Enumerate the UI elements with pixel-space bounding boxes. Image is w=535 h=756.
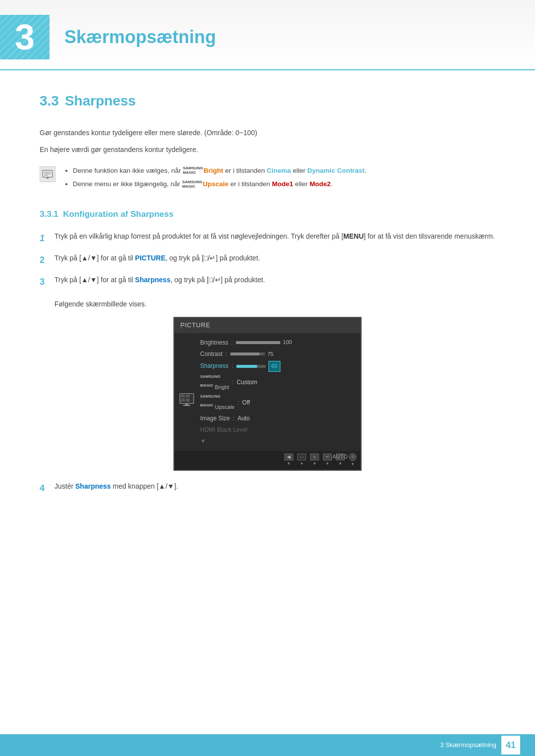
step-2: 2 Tryk på [▲/▼] for at gå til PICTURE, o… <box>40 252 495 267</box>
monitor-btn-circle: ⊙ <box>349 453 357 461</box>
monitor-menu-area: Brightness : 100 Contrast : 75 <box>174 333 361 452</box>
btn-label-down3: ▼ <box>313 461 317 467</box>
subsection-title-text: Konfiguration af Sharpness <box>63 209 173 219</box>
contrast-bar <box>230 353 265 355</box>
sharpness-label-step: Sharpness <box>135 276 171 284</box>
dynamic-contrast-label: Dynamic Contrast <box>307 167 365 174</box>
image-size-value: Auto <box>237 414 250 423</box>
bright-label: Bright <box>204 167 223 174</box>
monitor-item-brightness: Brightness : 100 <box>200 337 356 349</box>
note-item-2: Denne menu er ikke tilgængelig, når SAMS… <box>73 179 367 190</box>
enter-icon: ↵ <box>326 454 329 460</box>
sharpness-bar-container: 60 <box>236 361 280 372</box>
btn-group-enter: ↵ ▼ <box>323 454 332 467</box>
svg-rect-11 <box>183 405 190 406</box>
svg-rect-8 <box>181 399 185 402</box>
monitor-title-bar: PICTURE <box>174 318 361 333</box>
chapter-header: 3 Skærmopsætning <box>0 0 535 70</box>
auto-label: AUTO <box>332 453 348 461</box>
magic-upscale-value: Off <box>242 398 250 407</box>
sharpness-value-badge: 60 <box>268 361 280 372</box>
contrast-bar-container: 75 <box>230 350 273 359</box>
svg-rect-9 <box>186 399 190 402</box>
step-1-text: Tryk på en vilkårlig knap forrest på pro… <box>54 231 495 242</box>
monitor-item-contrast: Contrast : 75 <box>200 349 356 360</box>
samsung-magic-bright-label: SAMSUNGMAGIC <box>183 166 203 175</box>
step-4-number: 4 <box>40 481 50 496</box>
btn-label-down1: ▼ <box>287 461 291 467</box>
step-3-text: Tryk på [▲/▼] for at gå til Sharpness, o… <box>54 274 265 285</box>
page-footer: 3 Skærmopsætning 41 <box>0 734 535 756</box>
brightness-value: 100 <box>283 338 292 347</box>
step-3-number: 3 <box>40 274 50 289</box>
monitor-screenshot: PICTURE Brightn <box>173 317 362 471</box>
step-4-text: Justér Sharpness med knappen [▲/▼]. <box>54 481 178 492</box>
hdmi-label: HDMI Black Level <box>200 425 247 435</box>
monitor-btn-enter: ↵ <box>323 454 332 460</box>
contrast-value: 75 <box>268 350 273 359</box>
main-content: 3.3 Sharpness Gør genstandes kontur tyde… <box>0 90 535 552</box>
svg-rect-6 <box>181 395 185 398</box>
monitor-btn-auto: AUTO <box>336 454 345 460</box>
svg-rect-7 <box>186 395 190 398</box>
btn-group-plus: ＋ ▼ <box>310 454 319 467</box>
btn-group-auto: AUTO ▼ <box>336 454 345 467</box>
btn-label-down5: ▼ <box>338 461 342 467</box>
monitor-item-magic-upscale: SAMSUNGMAGIC Upscale : Off <box>200 393 356 413</box>
plus-icon: ＋ <box>312 453 317 461</box>
magic-bright-value: Custom <box>237 378 257 387</box>
btn-label-down2: ▼ <box>300 461 304 467</box>
footer-page-number: 41 <box>501 736 520 755</box>
chapter-number: 3 <box>15 19 35 55</box>
sharpness-menu-label: Sharpness <box>200 361 228 371</box>
monitor-item-magic-bright: SAMSUNGMAGIC Bright : Custom <box>200 373 356 393</box>
brightness-label: Brightness <box>200 338 228 348</box>
step-1: 1 Tryk på en vilkårlig knap forrest på p… <box>40 231 495 246</box>
step-4: 4 Justér Sharpness med knappen [▲/▼]. <box>40 481 495 496</box>
note-pencil-icon <box>42 170 53 179</box>
btn-group-minus: — ▼ <box>297 454 306 467</box>
note-box: Denne funktion kan ikke vælges, når SAMS… <box>40 165 495 193</box>
following-text: Følgende skærmbillede vises. <box>54 299 495 309</box>
section-title: 3.3 Sharpness <box>40 90 495 112</box>
sharpness-bar <box>236 365 266 368</box>
monitor-item-hdmi: HDMI Black Level <box>200 424 356 436</box>
upscale-label: Upscale <box>203 180 229 188</box>
step-2-number: 2 <box>40 252 50 267</box>
down-arrow: ▼ <box>200 437 206 446</box>
monitor-tv-icon <box>179 393 194 406</box>
step-1-number: 1 <box>40 231 50 246</box>
monitor-item-image-size: Image Size : Auto <box>200 413 356 424</box>
menu-label: MENU <box>343 232 364 240</box>
mode2-label: Mode2 <box>310 180 331 188</box>
left-arrow-icon: ◀ <box>287 453 291 461</box>
magic-bright-label: SAMSUNGMAGIC Bright <box>200 374 229 392</box>
picture-label: PICTURE <box>135 254 165 262</box>
contrast-label: Contrast <box>200 350 222 359</box>
monitor-menu-list: Brightness : 100 Contrast : 75 <box>200 337 356 448</box>
steps-list: 1 Tryk på en vilkårlig knap forrest på p… <box>40 231 495 289</box>
monitor-item-sharpness: Sharpness : 60 <box>200 360 356 373</box>
section-title-text: Sharpness <box>65 90 136 112</box>
monitor-bottom-bar: ◀ ▼ — ▼ ＋ ▼ ↵ ▼ <box>174 451 361 470</box>
monitor-btn-plus: ＋ <box>310 454 319 460</box>
intro-line1: Gør genstandes kontur tydeligere eller m… <box>40 127 495 138</box>
btn-group-circle: ⊙ ▼ <box>349 453 357 468</box>
step4-sharpness-label: Sharpness <box>75 482 111 490</box>
cinema-label: Cinema <box>267 167 291 174</box>
mode1-label: Mode1 <box>272 180 293 188</box>
footer-text: 3 Skærmopsætning <box>440 740 496 751</box>
image-size-label: Image Size <box>200 414 230 423</box>
circle-icon: ⊙ <box>351 454 355 460</box>
samsung-magic-upscale-label: SAMSUNGMAGIC <box>182 180 203 189</box>
btn-label-down4: ▼ <box>325 461 329 467</box>
intro-line2: En højere værdi gør genstandens kontur t… <box>40 144 495 155</box>
note-icon <box>40 166 55 182</box>
note-list: Denne funktion kan ikke vælges, når SAMS… <box>63 165 367 193</box>
monitor-more-indicator: ▼ <box>200 436 356 447</box>
chapter-title: Skærmopsætning <box>64 23 216 51</box>
brightness-bar <box>236 341 280 344</box>
svg-rect-4 <box>47 177 49 179</box>
section-number: 3.3 <box>40 90 59 112</box>
subsection-title: 3.3.1 Konfiguration af Sharpness <box>40 207 495 221</box>
